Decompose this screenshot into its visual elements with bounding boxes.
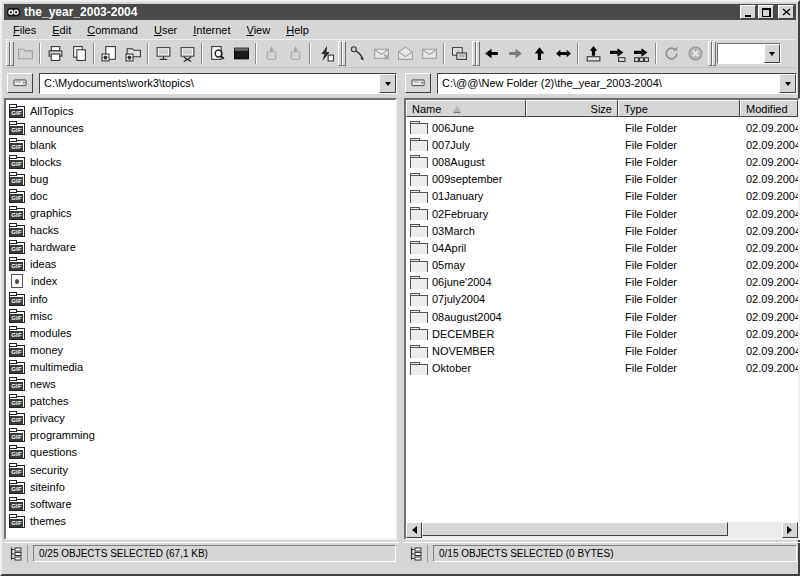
right-row-6[interactable]: 03March File Folder 02.09.2004 [406, 222, 798, 239]
menu-item-6[interactable]: Help [285, 22, 310, 38]
right-row-7[interactable]: 04April File Folder 02.09.2004 [406, 239, 798, 256]
left-item-20[interactable]: GIF questions [6, 444, 395, 461]
right-row-1[interactable]: 007July File Folder 02.09.2004 [406, 136, 798, 153]
connect-button[interactable] [151, 41, 175, 66]
left-item-16[interactable]: GIF news [6, 376, 395, 393]
column-header-name[interactable]: Name [406, 100, 526, 117]
menu-item-2[interactable]: Command [86, 22, 139, 38]
left-item-11[interactable]: GIF info [6, 290, 395, 307]
minimize-button[interactable] [740, 5, 756, 19]
left-item-1[interactable]: GIF announces [6, 119, 395, 136]
print-button[interactable] [43, 41, 67, 66]
refresh-button[interactable] [659, 41, 683, 66]
upload-queue-button[interactable] [259, 41, 283, 66]
mail-button[interactable] [417, 41, 441, 66]
left-drive-button[interactable] [7, 73, 33, 93]
right-row-3[interactable]: 009september File Folder 02.09.2004 [406, 171, 798, 188]
left-item-9[interactable]: GIF ideas [6, 256, 395, 273]
item-name: NOVEMBER [432, 345, 495, 357]
menu-item-5[interactable]: View [246, 22, 272, 38]
left-item-8[interactable]: GIF hardware [6, 239, 395, 256]
forward-button[interactable] [503, 41, 527, 66]
scroll-right-button[interactable] [782, 522, 798, 538]
left-item-24[interactable]: GIF themes [6, 512, 395, 529]
left-item-7[interactable]: GIF hacks [6, 222, 395, 239]
disconnect-button[interactable] [175, 41, 199, 66]
column-header-type[interactable]: Type [618, 100, 740, 117]
left-item-14[interactable]: GIF money [6, 341, 395, 358]
left-item-18[interactable]: GIF privacy [6, 410, 395, 427]
left-item-22[interactable]: GIF siteinfo [6, 478, 395, 495]
left-path-dropdown-button[interactable] [379, 74, 396, 93]
left-item-10[interactable]: GIF index [6, 273, 395, 290]
right-path-input[interactable] [438, 74, 779, 93]
menu-item-3[interactable]: User [153, 22, 178, 38]
right-drive-button[interactable] [405, 73, 431, 93]
transfer-right-button[interactable] [605, 41, 629, 66]
scrollbar-track[interactable] [422, 522, 782, 538]
mail-send-icon [373, 45, 390, 62]
item-label: programming [30, 429, 95, 441]
restore-button[interactable] [758, 5, 774, 19]
right-row-10[interactable]: 07july2004 File Folder 02.09.2004 [406, 291, 798, 308]
dial-button[interactable] [345, 41, 369, 66]
transfer-up-button[interactable] [581, 41, 605, 66]
left-item-6[interactable]: GIF graphics [6, 205, 395, 222]
right-row-0[interactable]: 006June File Folder 02.09.2004 [406, 119, 798, 136]
remote-pc-button[interactable] [447, 41, 471, 66]
right-path-dropdown-button[interactable] [779, 74, 796, 93]
right-row-14[interactable]: Oktober File Folder 02.09.2004 [406, 360, 798, 377]
right-row-9[interactable]: 06june'2004 File Folder 02.09.2004 [406, 274, 798, 291]
column-header-modified[interactable]: Modified [740, 100, 798, 117]
right-row-13[interactable]: NOVEMBER File Folder 02.09.2004 [406, 342, 798, 359]
chevron-down-icon [385, 82, 391, 89]
menu-item-1[interactable]: Edit [51, 22, 72, 38]
right-row-2[interactable]: 008August File Folder 02.09.2004 [406, 153, 798, 170]
scrollbar-thumb[interactable] [422, 522, 728, 536]
transfer-all-button[interactable] [629, 41, 653, 66]
back-button[interactable] [479, 41, 503, 66]
column-header-size[interactable]: Size [526, 100, 618, 117]
left-item-23[interactable]: GIF software [6, 495, 395, 512]
left-path-input[interactable] [40, 74, 379, 93]
new-folder-button[interactable] [121, 41, 145, 66]
right-row-12[interactable]: DECEMBER File Folder 02.09.2004 [406, 325, 798, 342]
left-item-12[interactable]: GIF misc [6, 307, 395, 324]
title-bar[interactable]: the_year_2003-2004 [4, 4, 796, 20]
horizontal-scrollbar[interactable] [406, 522, 798, 538]
item-label: index [31, 275, 57, 287]
right-row-5[interactable]: 02February File Folder 02.09.2004 [406, 205, 798, 222]
download-queue-button[interactable] [283, 41, 307, 66]
menu-item-0[interactable]: Files [12, 22, 37, 38]
scroll-left-button[interactable] [406, 522, 422, 538]
find-button[interactable] [205, 41, 229, 66]
combo-dropdown-button[interactable] [764, 44, 780, 63]
left-item-4[interactable]: GIF bug [6, 170, 395, 187]
stop-button[interactable] [683, 41, 707, 66]
swap-panes-button[interactable] [551, 41, 575, 66]
left-item-19[interactable]: GIF programming [6, 427, 395, 444]
left-item-15[interactable]: GIF multimedia [6, 358, 395, 375]
mail-open-button[interactable] [393, 41, 417, 66]
copy-button[interactable] [67, 41, 91, 66]
quick-connect-combo[interactable] [717, 43, 781, 64]
menu-item-4[interactable]: Internet [192, 22, 231, 38]
right-row-11[interactable]: 08august2004 File Folder 02.09.2004 [406, 308, 798, 325]
mail-send-button[interactable] [369, 41, 393, 66]
left-item-0[interactable]: GIF AllTopics [6, 102, 395, 119]
up-button[interactable] [527, 41, 551, 66]
console-button[interactable] [229, 41, 253, 66]
new-file-button[interactable] [97, 41, 121, 66]
script-button[interactable] [313, 41, 337, 66]
left-item-17[interactable]: GIF patches [6, 393, 395, 410]
left-item-2[interactable]: GIF blank [6, 136, 395, 153]
right-row-8[interactable]: 05may File Folder 02.09.2004 [406, 257, 798, 274]
left-item-21[interactable]: GIF security [6, 461, 395, 478]
close-button[interactable] [778, 5, 794, 19]
left-item-5[interactable]: GIF doc [6, 187, 395, 204]
right-row-4[interactable]: 01January File Folder 02.09.2004 [406, 188, 798, 205]
left-item-3[interactable]: GIF blocks [6, 153, 395, 170]
left-item-13[interactable]: GIF modules [6, 324, 395, 341]
quick-connect-button[interactable] [717, 43, 781, 64]
session-folder-button[interactable] [13, 41, 37, 66]
